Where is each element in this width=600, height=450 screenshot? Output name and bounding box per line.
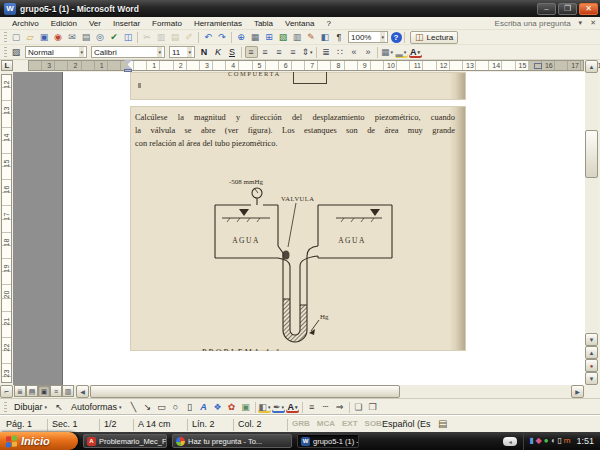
show-hide-icon[interactable]: ¶ — [333, 31, 346, 43]
toolbar-grip[interactable] — [4, 32, 7, 43]
styles-formatting-icon[interactable]: ▨ — [10, 46, 23, 58]
research-icon[interactable]: ◫ — [122, 31, 135, 43]
titlebar[interactable]: W grupo5-1 (1) - Microsoft Word – ❐ ✕ — [0, 0, 600, 17]
spelling-icon[interactable]: ✔ — [108, 31, 121, 43]
copy-icon[interactable]: ▥ — [155, 31, 168, 43]
browse-object-button[interactable]: ● — [585, 359, 598, 372]
picture-icon[interactable]: ▣ — [239, 401, 252, 413]
borders-button[interactable]: ▦▾ — [381, 46, 394, 58]
shadow-icon[interactable]: ❏ — [352, 401, 365, 413]
align-center-button[interactable]: ≡ — [259, 46, 272, 58]
ask-dropdown-icon[interactable]: ▾ — [575, 19, 587, 27]
right-indent-marker[interactable] — [534, 63, 542, 69]
normal-view-button[interactable]: ≣ — [14, 385, 26, 397]
ask-question-box[interactable]: Escriba una pregunta — [495, 19, 575, 28]
previous-page-button[interactable]: ▲ — [585, 346, 598, 359]
fill-color-icon[interactable]: ◧▾ — [258, 401, 271, 413]
arrow-style-icon[interactable]: ⇒ — [333, 401, 346, 413]
draw-font-color-icon[interactable]: A▾ — [286, 401, 299, 413]
redo-icon[interactable]: ↷ — [216, 31, 229, 43]
draw-menu-button[interactable]: Dibujar ▾ — [10, 401, 51, 414]
tray-volume-icon[interactable]: ◖ — [551, 437, 556, 445]
scroll-down-button[interactable]: ▼ — [585, 333, 598, 346]
status-flag-grb[interactable]: GRB — [292, 419, 310, 428]
hidden-icons-button[interactable]: ◂ — [503, 437, 517, 446]
bullets-button[interactable]: ∷ — [334, 46, 347, 58]
reading-layout-view-button[interactable]: ▥ — [62, 385, 74, 397]
bold-button[interactable]: N — [198, 46, 211, 58]
decrease-indent-button[interactable]: « — [348, 46, 361, 58]
wordart-icon[interactable]: A — [197, 401, 210, 413]
scroll-left-button[interactable]: ◀ — [76, 385, 89, 398]
font-combo[interactable]: Calibri ▾ — [91, 46, 165, 58]
vertical-ruler[interactable]: 121314151617181920212223 — [1, 74, 12, 383]
status-flag-sob[interactable]: SOB — [365, 419, 382, 428]
line-style-icon[interactable]: ≡ — [305, 401, 318, 413]
status-flag-ext[interactable]: EXT — [342, 419, 358, 428]
new-document-icon[interactable]: ▢ — [10, 31, 23, 43]
clipart-icon[interactable]: ✿ — [225, 401, 238, 413]
menubar-close-icon[interactable]: ✕ — [586, 19, 600, 27]
tray-messenger-icon[interactable]: ▮ — [529, 437, 533, 445]
rectangle-icon[interactable]: ▭ — [155, 401, 168, 413]
paste-icon[interactable]: ▤ — [169, 31, 182, 43]
horizontal-scroll-thumb[interactable] — [90, 385, 400, 398]
horizontal-scrollbar[interactable]: ⌐ ≣▤▣≡▥ ◀ ▶ — [0, 385, 600, 398]
align-left-button[interactable]: ≡ — [245, 46, 258, 58]
diagram-icon[interactable]: ❖ — [211, 401, 224, 413]
taskbar-task[interactable]: Haz tu pregunta - To... — [172, 434, 292, 448]
toolbar-grip[interactable] — [4, 402, 7, 413]
line-spacing-button[interactable]: ⇕▾ — [301, 46, 314, 58]
menu-formato[interactable]: Formato — [146, 17, 188, 30]
help-icon[interactable]: ? — [391, 32, 402, 43]
tray-m-icon[interactable]: m — [564, 437, 571, 445]
menu-ver[interactable]: Ver — [83, 17, 107, 30]
menu-ventana[interactable]: Ventana — [279, 17, 320, 30]
align-right-button[interactable]: ≡ — [273, 46, 286, 58]
undo-icon[interactable]: ↶ — [202, 31, 215, 43]
print-preview-icon[interactable]: ◎ — [94, 31, 107, 43]
drawing-icon[interactable]: ✎ — [305, 31, 318, 43]
oval-icon[interactable]: ○ — [169, 401, 182, 413]
increase-indent-button[interactable]: » — [362, 46, 375, 58]
start-button[interactable]: Inicio — [0, 432, 78, 450]
line-color-icon[interactable]: ✒▾ — [272, 401, 285, 413]
format-painter-icon[interactable]: ✐ — [183, 31, 196, 43]
print-layout-view-button[interactable]: ▣ — [38, 385, 50, 397]
menu-edicin[interactable]: Edición — [45, 17, 83, 30]
justify-button[interactable]: ≡ — [287, 46, 300, 58]
tables-borders-icon[interactable]: ▦ — [249, 31, 262, 43]
outline-view-button[interactable]: ≡ — [50, 385, 62, 397]
font-size-combo[interactable]: 11 ▾ — [169, 46, 195, 58]
save-icon[interactable]: ▣ — [38, 31, 51, 43]
open-folder-icon[interactable]: ▱ — [24, 31, 37, 43]
tray-green-status-icon[interactable]: ● — [544, 437, 549, 445]
arrow-icon[interactable]: ↘ — [141, 401, 154, 413]
first-line-indent-marker[interactable] — [124, 60, 132, 64]
status-flag-mca[interactable]: MCA — [317, 419, 335, 428]
print-icon[interactable]: ▤ — [80, 31, 93, 43]
underline-button[interactable]: S — [226, 46, 239, 58]
close-button[interactable]: ✕ — [579, 3, 598, 15]
taskbar-task[interactable]: Wgrupo5-1 (1) - Micros... — [297, 434, 359, 448]
line-icon[interactable]: ╲ — [127, 401, 140, 413]
vertical-scrollbar[interactable]: ▲ ▼ ▲ ● ▼ — [585, 60, 598, 385]
permission-icon[interactable]: ◉ — [52, 31, 65, 43]
ruler-corner-button[interactable]: ⌐ — [0, 385, 13, 398]
maximize-button[interactable]: ❐ — [558, 3, 577, 15]
scanned-image-problem[interactable]: Calcúlese la magnitud y dirección del de… — [130, 106, 466, 351]
scanned-image-top[interactable]: COMPUERTA — [130, 72, 466, 100]
menu-archivo[interactable]: Archivo — [6, 17, 45, 30]
cut-icon[interactable]: ✂ — [141, 31, 154, 43]
numbering-button[interactable]: ≣ — [320, 46, 333, 58]
minimize-button[interactable]: – — [537, 3, 556, 15]
insert-table-icon[interactable]: ⊞ — [263, 31, 276, 43]
hyperlink-icon[interactable]: ⊕ — [235, 31, 248, 43]
vertical-scroll-thumb[interactable] — [585, 130, 598, 178]
menu-tabla[interactable]: Tabla — [248, 17, 279, 30]
font-color-button[interactable]: A▾ — [409, 46, 422, 58]
toolbar-grip[interactable] — [4, 47, 7, 58]
scroll-up-button[interactable]: ▲ — [585, 60, 598, 73]
horizontal-ruler[interactable]: 321123456789101112131415161718 — [28, 60, 584, 71]
italic-button[interactable]: K — [212, 46, 225, 58]
